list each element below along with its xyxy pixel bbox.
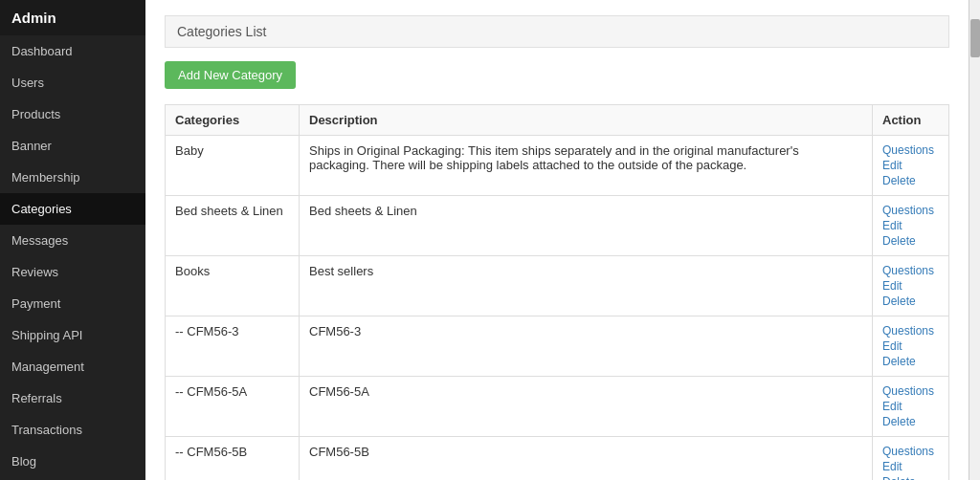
description-cell: CFM56-5B	[300, 437, 873, 481]
description-cell: CFM56-3	[300, 316, 873, 377]
table-row: BabyShips in Original Packaging: This it…	[166, 136, 949, 196]
delete-link[interactable]: Delete	[882, 234, 939, 248]
action-cell: QuestionsEditDelete	[873, 377, 949, 437]
scrollbar-track[interactable]	[969, 0, 980, 480]
sidebar-item-blog[interactable]: Blog	[0, 446, 145, 477]
edit-link[interactable]: Edit	[882, 219, 939, 232]
edit-link[interactable]: Edit	[882, 400, 939, 413]
description-cell: Best sellers	[300, 256, 873, 316]
delete-link[interactable]: Delete	[882, 475, 939, 480]
table-row: -- CFM56-5BCFM56-5BQuestionsEditDelete	[166, 437, 949, 481]
edit-link[interactable]: Edit	[882, 159, 939, 172]
delete-link[interactable]: Delete	[882, 415, 939, 428]
sidebar-item-messages[interactable]: Messages	[0, 225, 145, 256]
sidebar-item-banner[interactable]: Banner	[0, 130, 145, 162]
questions-link[interactable]: Questions	[882, 324, 939, 338]
sidebar-item-transactions[interactable]: Transactions	[0, 414, 145, 446]
col-header-action: Action	[873, 105, 949, 136]
add-new-category-button[interactable]: Add New Category	[165, 61, 296, 89]
category-cell: Bed sheets & Linen	[166, 196, 300, 256]
sidebar-item-users[interactable]: Users	[0, 67, 145, 98]
action-cell: QuestionsEditDelete	[873, 196, 949, 256]
sidebar-item-dashboard[interactable]: Dashboard	[0, 35, 145, 67]
delete-link[interactable]: Delete	[882, 355, 939, 368]
edit-link[interactable]: Edit	[882, 279, 939, 293]
table-row: BooksBest sellersQuestionsEditDelete	[166, 256, 949, 316]
table-row: -- CFM56-3CFM56-3QuestionsEditDelete	[166, 316, 949, 377]
categories-table: CategoriesDescriptionAction BabyShips in…	[165, 104, 949, 480]
description-cell: Ships in Original Packaging: This item s…	[300, 136, 873, 196]
description-cell: CFM56-5A	[300, 377, 873, 437]
action-cell: QuestionsEditDelete	[873, 316, 949, 377]
col-header-description: Description	[300, 105, 873, 136]
main-content: Categories List Add New Category Categor…	[145, 0, 969, 480]
category-cell: -- CFM56-5B	[166, 437, 300, 481]
action-cell: QuestionsEditDelete	[873, 437, 949, 481]
sidebar-item-shipping-api[interactable]: Shipping API	[0, 319, 145, 351]
page-header: Categories List	[165, 15, 949, 48]
action-cell: QuestionsEditDelete	[873, 136, 949, 196]
description-cell: Bed sheets & Linen	[300, 196, 873, 256]
delete-link[interactable]: Delete	[882, 295, 939, 308]
sidebar-item-categories[interactable]: Categories	[0, 193, 145, 225]
category-cell: Books	[166, 256, 300, 316]
sidebar: Admin DashboardUsersProductsBannerMember…	[0, 0, 145, 480]
admin-title: Admin	[0, 0, 145, 35]
sidebar-item-membership[interactable]: Membership	[0, 162, 145, 193]
edit-link[interactable]: Edit	[882, 460, 939, 473]
table-row: Bed sheets & LinenBed sheets & LinenQues…	[166, 196, 949, 256]
table-row: -- CFM56-5ACFM56-5AQuestionsEditDelete	[166, 377, 949, 437]
questions-link[interactable]: Questions	[882, 384, 939, 398]
edit-link[interactable]: Edit	[882, 339, 939, 353]
questions-link[interactable]: Questions	[882, 204, 939, 217]
sidebar-item-management[interactable]: Management	[0, 351, 145, 382]
category-cell: Baby	[166, 136, 300, 196]
sidebar-item-products[interactable]: Products	[0, 98, 145, 130]
action-cell: QuestionsEditDelete	[873, 256, 949, 316]
sidebar-item-referrals[interactable]: Referrals	[0, 382, 145, 414]
scrollbar-thumb[interactable]	[970, 19, 980, 57]
sidebar-item-payment[interactable]: Payment	[0, 288, 145, 319]
delete-link[interactable]: Delete	[882, 174, 939, 187]
category-cell: -- CFM56-5A	[166, 377, 300, 437]
questions-link[interactable]: Questions	[882, 143, 939, 157]
questions-link[interactable]: Questions	[882, 264, 939, 277]
questions-link[interactable]: Questions	[882, 445, 939, 458]
category-cell: -- CFM56-3	[166, 316, 300, 377]
sidebar-item-reviews[interactable]: Reviews	[0, 256, 145, 288]
col-header-categories: Categories	[166, 105, 300, 136]
